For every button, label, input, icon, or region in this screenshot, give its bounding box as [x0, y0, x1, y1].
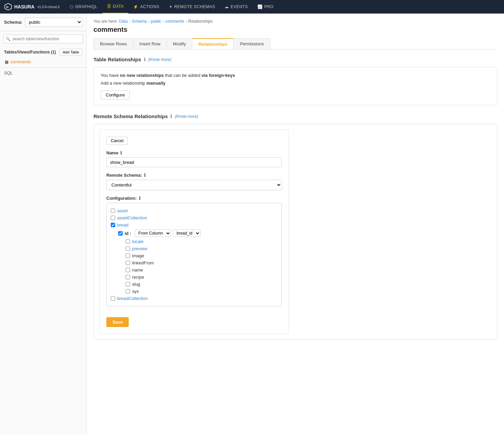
name-input[interactable] [106, 157, 282, 167]
pro-icon: 📈 [257, 4, 263, 9]
nav-data-label: DATA [113, 4, 124, 9]
tab-relationships[interactable]: Relationships [192, 38, 234, 49]
checkbox-preview[interactable] [126, 246, 130, 251]
tab-modify[interactable]: Modify [167, 38, 192, 49]
checkbox-bread-collection[interactable] [111, 296, 115, 301]
app-version: v1.3.0-cloud.2 [37, 5, 60, 9]
checkbox-image[interactable] [126, 254, 130, 258]
checkbox-recipe[interactable] [126, 275, 130, 279]
nav-remote-schemas-label: REMOTE SCHEMAS [174, 4, 215, 9]
checkbox-bread[interactable] [111, 223, 115, 227]
search-input[interactable] [3, 35, 83, 43]
name-info-icon[interactable]: ℹ [120, 150, 122, 155]
bread-id-select[interactable]: bread_id [173, 230, 201, 237]
via-foreign-keys: via foreign-keys [202, 73, 235, 78]
nested-locale: locale [126, 238, 277, 245]
remote-schema-field-info-icon[interactable]: ℹ [144, 173, 146, 178]
checkbox-sys[interactable] [126, 289, 130, 293]
from-column-select[interactable]: From Column [135, 230, 171, 237]
add-table-button[interactable]: Add Table [60, 49, 82, 56]
tab-insert-row[interactable]: Insert Row [133, 38, 167, 49]
nav-data[interactable]: 🗄 DATA [102, 0, 129, 14]
bread-sub-items: id : From Column bread_id [118, 229, 277, 295]
name-field-label: name [132, 267, 143, 273]
remote-schema-select[interactable]: Contentful [106, 180, 282, 190]
nav-events[interactable]: ☁ EVENTS [220, 0, 253, 14]
nav-pro-label: PRO [264, 4, 274, 9]
remote-schema-field-label: Remote Schema: ℹ [106, 173, 282, 178]
checkbox-asset[interactable] [111, 209, 115, 213]
asset-label: asset [117, 208, 128, 213]
breadcrumb-public[interactable]: public [151, 19, 161, 24]
nav-pro[interactable]: 📈 PRO [253, 0, 278, 14]
id-controls: From Column bread_id [135, 230, 201, 237]
checkbox-name[interactable] [126, 268, 130, 272]
manually-label: manually [146, 81, 165, 86]
actions-icon: ⚡ [133, 4, 139, 9]
schema-selector: Schema: public [0, 14, 86, 31]
nav-graphiql-label: GRAPHIQL [75, 4, 98, 9]
search-box: 🔍 [3, 35, 83, 43]
top-nav: H HASURA v1.3.0-cloud.2 ⬡ GRAPHIQL 🗄 DAT… [0, 0, 504, 14]
remote-schema-group: Remote Schema: ℹ Contentful [106, 173, 282, 190]
checkbox-slug[interactable] [126, 282, 130, 286]
checkbox-id[interactable] [118, 231, 123, 236]
preview-label: preview [132, 246, 147, 251]
main-content: You are here: Data › Schema › public › c… [87, 14, 504, 435]
configuration-label: Configuration: ℹ [106, 196, 282, 201]
breadcrumb-comments[interactable]: comments [165, 19, 184, 24]
sidebar-table-name: comments [10, 59, 31, 64]
tab-permissions[interactable]: Permissions [233, 38, 270, 49]
name-label: Name ℹ [106, 150, 282, 155]
nav-remote-schemas[interactable]: ✦ REMOTE SCHEMAS [164, 0, 220, 14]
table-relationships-box: You have no new relationships that can b… [93, 67, 497, 105]
checkbox-locale[interactable] [126, 239, 130, 244]
table-relationships-header: Table Relationships ℹ (Know more) [93, 57, 497, 62]
remote-schema-know-more[interactable]: (Know more) [175, 114, 198, 119]
remote-schema-info-icon[interactable]: ℹ [170, 114, 172, 119]
sys-label: sys [132, 289, 139, 294]
nav-actions[interactable]: ⚡ ACTIONS [128, 0, 164, 14]
logo: H HASURA v1.3.0-cloud.2 [4, 3, 60, 11]
checkbox-asset-collection[interactable] [111, 216, 115, 220]
asset-collection-label: assetCollection [117, 215, 147, 220]
checkbox-linked-from[interactable] [126, 261, 130, 265]
layout: Schema: public 🔍 Tables/Views/Functions … [0, 14, 504, 435]
config-item-asset: asset [111, 207, 277, 214]
configuration-box: asset assetCollection bread [106, 203, 282, 306]
sidebar-sql-link[interactable]: SQL [0, 67, 86, 78]
nav-actions-label: ACTIONS [140, 4, 160, 9]
page-title: comments [93, 26, 497, 34]
configuration-group: Configuration: ℹ asset assetCollection [106, 196, 282, 306]
tab-relationships-label: Relationships [198, 42, 227, 47]
breadcrumb-schema[interactable]: Schema [132, 19, 147, 24]
nested-items: locale preview image [126, 238, 277, 295]
table-relationships-know-more[interactable]: (Know more) [148, 57, 172, 62]
schema-select[interactable]: public [25, 18, 82, 27]
no-new-relationships: no new relationships [120, 73, 164, 78]
graphiql-icon: ⬡ [70, 4, 74, 9]
remote-schema-relationships-header: Remote Schema Relationships ℹ (Know more… [93, 113, 497, 119]
table-icon: ▦ [5, 60, 8, 64]
logo-text: HASURA [14, 4, 35, 9]
nav-graphiql[interactable]: ⬡ GRAPHIQL [65, 0, 102, 14]
remote-schemas-icon: ✦ [169, 4, 173, 9]
breadcrumb-data[interactable]: Data [119, 19, 128, 24]
table-relationships-info-icon[interactable]: ℹ [144, 57, 146, 62]
remote-schema-box: Cancel Name ℹ Remote Schema: ℹ [93, 124, 497, 340]
configuration-info-icon[interactable]: ℹ [139, 196, 141, 201]
configure-button[interactable]: Configure [101, 90, 130, 100]
sidebar-item-comments[interactable]: ▦ comments [0, 58, 86, 66]
recipe-label: recipe [132, 275, 144, 280]
nested-preview: preview [126, 245, 277, 252]
tab-permissions-label: Permissions [240, 41, 264, 46]
save-button[interactable]: Save [106, 317, 129, 327]
sidebar-section-header: Tables/Views/Functions (1) Add Table [0, 47, 86, 58]
remote-schema-relationships-title: Remote Schema Relationships [93, 113, 168, 119]
data-icon: 🗄 [107, 4, 111, 9]
table-relationships-message2: Add a new relationship manually [101, 81, 490, 86]
config-item-bread-collection: breadCollection [111, 295, 277, 302]
nested-linked-from: linkedFrom [126, 259, 277, 266]
cancel-button[interactable]: Cancel [106, 137, 128, 145]
tab-browse-rows[interactable]: Browse Rows [93, 38, 133, 49]
